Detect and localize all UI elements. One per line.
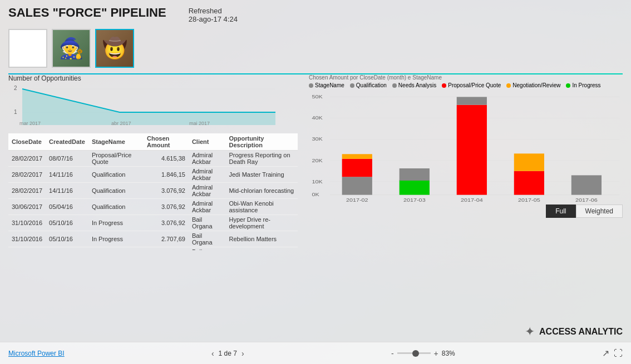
legend-dot	[506, 83, 511, 88]
zoom-percentage: 83%	[442, 350, 455, 357]
powerbi-link[interactable]: Microsoft Power BI	[8, 350, 65, 357]
cell-client: Bail Organa	[189, 247, 226, 251]
cell-stage: Proposal/Price Quote	[88, 151, 144, 167]
cell-client: Bail Organa	[189, 231, 226, 247]
svg-text:1: 1	[14, 109, 17, 115]
cell-client: Admiral Ackbar	[189, 199, 226, 215]
cell-amount: 3.076,92	[144, 183, 189, 199]
svg-rect-33	[571, 175, 602, 195]
legend-item: Proposal/Price Quote	[442, 82, 501, 88]
cell-stage: Qualification	[88, 183, 144, 199]
cell-desc: Travel to Death Star	[225, 247, 298, 251]
col-closedate: CloseDate	[8, 133, 46, 151]
table-row: 30/06/2017 05/04/16 Qualification 3.076,…	[8, 199, 298, 215]
svg-text:2: 2	[14, 85, 17, 91]
svg-rect-21	[342, 159, 372, 177]
cell-stage: Qualification	[88, 167, 144, 183]
weighted-button[interactable]: Weighted	[576, 205, 623, 218]
cell-client: Admiral Ackbar	[189, 183, 226, 199]
col-amount: Chosen Amount	[144, 133, 189, 151]
svg-text:mar 2017: mar 2017	[19, 121, 41, 126]
avatar-han[interactable]	[95, 29, 134, 68]
full-button[interactable]: Full	[546, 205, 575, 218]
svg-text:30K: 30K	[312, 136, 322, 142]
legend-label: Needs Analysis	[398, 82, 436, 88]
cell-closedate: 31/10/2016	[8, 215, 46, 231]
svg-rect-30	[514, 171, 544, 195]
col-client: Client	[189, 133, 226, 151]
cell-client: Admiral Ackbar	[189, 151, 226, 167]
table-wrapper[interactable]: CloseDate CreatedDate StageName Chosen A…	[8, 133, 298, 250]
logo-text: ACCESS ANALYTIC	[539, 327, 623, 337]
legend-label: In Progress	[572, 82, 600, 88]
svg-text:0K: 0K	[312, 192, 319, 197]
svg-text:10K: 10K	[312, 178, 322, 184]
cell-desc: Obi-Wan Kenobi assistance	[225, 199, 298, 215]
legend-label: Proposal/Price Quote	[448, 82, 501, 88]
zoom-minus-btn[interactable]: -	[391, 349, 394, 358]
avatar-yoda[interactable]	[52, 29, 91, 68]
legend-label: Negotiation/Review	[512, 82, 560, 88]
data-table: CloseDate CreatedDate StageName Chosen A…	[8, 133, 298, 250]
cell-createddate: 05/10/16	[46, 215, 88, 231]
page-title: SALES "FORCE" PIPELINE	[8, 6, 166, 20]
legend-item: Negotiation/Review	[506, 82, 560, 88]
cell-createddate: 14/11/16	[46, 183, 88, 199]
zoom-slider-thumb	[412, 350, 419, 357]
cell-amount: 1.846,15	[144, 167, 189, 183]
svg-rect-22	[342, 154, 372, 159]
cell-closedate: 28/02/2017	[8, 167, 46, 183]
legend-item: In Progress	[566, 82, 600, 88]
svg-rect-24	[400, 180, 430, 195]
avatar-blank[interactable]	[8, 29, 47, 68]
zoom-plus-btn[interactable]: +	[434, 349, 438, 358]
export-icon[interactable]: ↗	[602, 348, 609, 358]
svg-text:2017-03: 2017-03	[403, 197, 426, 202]
svg-text:2017-06: 2017-06	[575, 197, 598, 202]
cell-closedate: 28/02/2017	[8, 183, 46, 199]
cell-desc: Hyper Drive re-development	[225, 215, 298, 231]
svg-text:50K: 50K	[312, 94, 322, 99]
opps-chart: 2 1 mar 2017 abr 2017 mai 2017	[8, 83, 281, 131]
cell-createddate: 01/03/16	[46, 247, 88, 251]
cell-desc: Rebellion Matters	[225, 231, 298, 247]
bar-chart: 50K 40K 30K 20K 10K 0K	[309, 91, 623, 202]
svg-text:abr 2017: abr 2017	[111, 121, 131, 126]
zoom-slider[interactable]	[397, 352, 431, 354]
svg-rect-25	[400, 168, 430, 181]
cell-createddate: 08/07/16	[46, 151, 88, 167]
opps-chart-title: Number of Opportunities	[8, 74, 298, 82]
cell-client: Bail Organa	[189, 215, 226, 231]
chart-legend: StageNameQualificationNeeds AnalysisProp…	[309, 82, 623, 88]
cell-desc: Mid-chlorian forecasting	[225, 183, 298, 199]
cell-client: Admiral Ackbar	[189, 167, 226, 183]
cell-createddate: 05/10/16	[46, 231, 88, 247]
svg-rect-28	[457, 97, 487, 104]
legend-dot	[350, 83, 354, 88]
logo-area: ✦ ACCESS ANALYTIC	[525, 325, 623, 339]
cell-amount: 4.615,38	[144, 151, 189, 167]
cell-closedate: 30/09/2017	[8, 247, 46, 251]
svg-text:2017-04: 2017-04	[461, 197, 483, 202]
legend-label: StageName	[315, 82, 344, 88]
legend-dot	[442, 83, 446, 88]
table-row: 31/10/2016 05/10/16 In Progress 3.076,92…	[8, 215, 298, 231]
legend-item: StageName	[309, 82, 344, 88]
fullscreen-icon[interactable]: ⛶	[614, 348, 623, 358]
table-row: 31/10/2016 05/10/16 In Progress 2.707,69…	[8, 231, 298, 247]
next-page-arrow[interactable]: ›	[241, 349, 244, 358]
refresh-datetime: 28-ago-17 4:24	[189, 15, 238, 23]
svg-marker-4	[22, 89, 275, 125]
svg-text:2017-05: 2017-05	[518, 197, 540, 202]
page-info: 1 de 7	[219, 350, 237, 357]
cell-amount: 4.615,38	[144, 247, 189, 251]
legend-dot	[392, 83, 397, 88]
table-row: 30/09/2017 01/03/16 Qualification 4.615,…	[8, 247, 298, 251]
svg-rect-27	[457, 105, 487, 195]
table-row: 28/02/2017 14/11/16 Qualification 1.846,…	[8, 167, 298, 183]
col-desc: Opportunity Description	[225, 133, 298, 151]
prev-page-arrow[interactable]: ‹	[211, 349, 214, 358]
legend-dot	[566, 83, 570, 88]
col-stagename: StageName	[88, 133, 144, 151]
svg-text:mai 2017: mai 2017	[189, 121, 210, 126]
